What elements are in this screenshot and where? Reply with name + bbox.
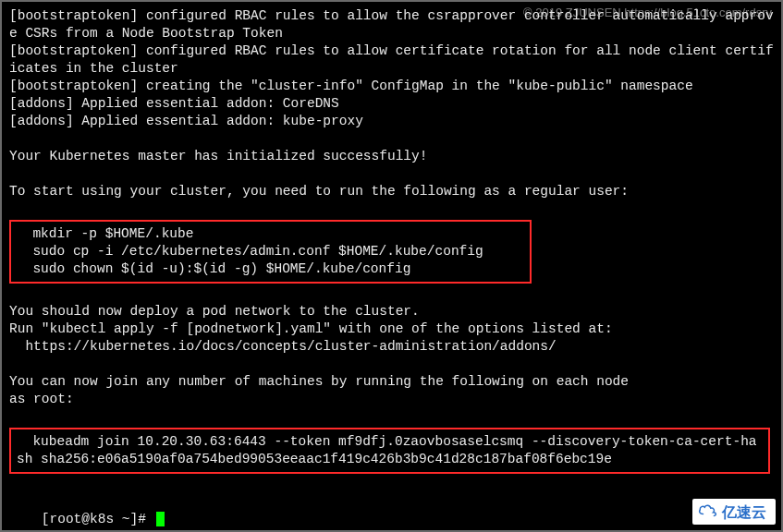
blank-line — [9, 476, 774, 493]
shell-prompt-line[interactable]: [root@k8s ~]# — [9, 493, 774, 532]
blank-line — [9, 356, 774, 373]
output-line: [bootstraptoken] creating the "cluster-i… — [9, 78, 774, 95]
output-line: [bootstraptoken] configured RBAC rules t… — [9, 7, 774, 42]
logo-text: 亿速云 — [722, 503, 766, 521]
output-line: [addons] Applied essential addon: kube-p… — [9, 113, 774, 130]
blank-line — [9, 200, 774, 218]
output-line: as root: — [9, 391, 774, 408]
output-line: To start using your cluster, you need to… — [9, 183, 774, 200]
output-line: Run "kubectl apply -f [podnetwork].yaml"… — [9, 320, 774, 338]
highlighted-commands-kubeconfig: mkdir -p $HOME/.kube sudo cp -i /etc/kub… — [9, 220, 532, 284]
output-line: [addons] Applied essential addon: CoreDN… — [9, 95, 774, 113]
command-line: sudo cp -i /etc/kubernetes/admin.conf $H… — [17, 243, 524, 260]
command-line: mkdir -p $HOME/.kube — [17, 225, 524, 243]
logo-badge: 亿速云 — [692, 499, 776, 525]
blank-line — [9, 285, 774, 303]
blank-line — [9, 408, 774, 426]
blank-line — [9, 130, 774, 148]
highlighted-commands-join: kubeadm join 10.20.30.63:6443 --token mf… — [9, 428, 770, 474]
cloud-icon — [698, 502, 718, 521]
command-line: sudo chown $(id -u):$(id -g) $HOME/.kube… — [17, 260, 524, 278]
cursor-icon — [156, 512, 165, 526]
output-line: You can now join any number of machines … — [9, 373, 774, 391]
output-line: [bootstraptoken] configured RBAC rules t… — [9, 42, 774, 78]
shell-prompt: [root@k8s ~]# — [42, 512, 154, 526]
output-line: Your Kubernetes master has initialized s… — [9, 148, 774, 165]
command-line: kubeadm join 10.20.30.63:6443 --token mf… — [17, 433, 763, 468]
output-line: https://kubernetes.io/docs/concepts/clus… — [9, 338, 774, 356]
output-line: You should now deploy a pod network to t… — [9, 303, 774, 320]
blank-line — [9, 165, 774, 183]
terminal-output: [bootstraptoken] configured RBAC rules t… — [9, 7, 774, 532]
